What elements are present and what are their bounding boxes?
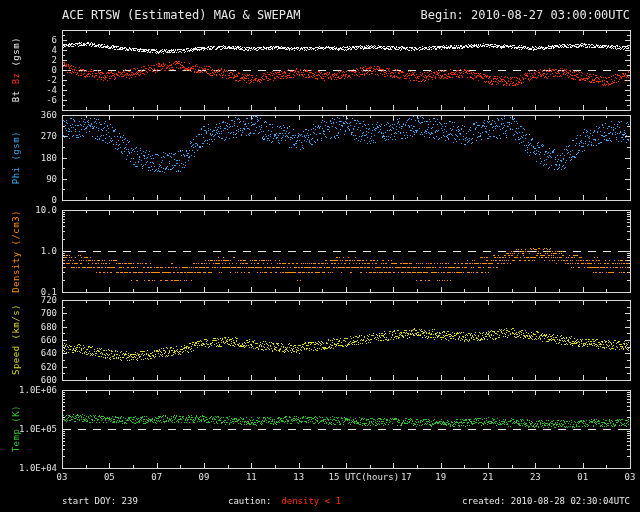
ace-rtsw-plot: 6420-2-4-6Bt Bz (gsm)360270180900Phi (gs… <box>0 0 640 512</box>
caution-note: caution:density < 1 <box>228 496 341 506</box>
plot-canvas <box>0 0 640 512</box>
caution-value: density < 1 <box>281 496 341 506</box>
created-timestamp: created: 2010-08-28 02:30:04UTC <box>462 496 630 506</box>
caution-label: caution: <box>228 496 271 506</box>
begin-timestamp: Begin: 2010-08-27 03:00:00UTC <box>420 8 630 22</box>
start-doy-label: start DOY: 239 <box>62 496 138 506</box>
plot-title: ACE RTSW (Estimated) MAG & SWEPAM <box>62 8 300 22</box>
